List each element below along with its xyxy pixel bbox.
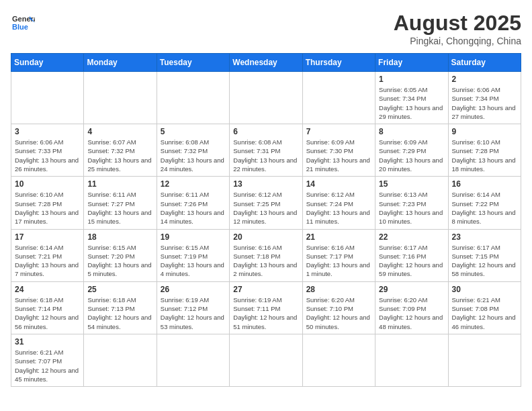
day-info: Sunrise: 6:08 AM Sunset: 7:32 PM Dayligh…: [161, 138, 226, 173]
day-number: 22: [379, 232, 444, 242]
calendar-day-4: 4Sunrise: 6:07 AM Sunset: 7:32 PM Daylig…: [84, 124, 157, 177]
day-number: 27: [233, 285, 298, 294]
day-info: Sunrise: 6:07 AM Sunset: 7:32 PM Dayligh…: [87, 138, 152, 173]
day-number: 28: [306, 285, 371, 294]
calendar-day-26: 26Sunrise: 6:19 AM Sunset: 7:12 PM Dayli…: [157, 281, 229, 334]
header-saturday: Saturday: [448, 54, 521, 72]
calendar-day-27: 27Sunrise: 6:19 AM Sunset: 7:11 PM Dayli…: [230, 281, 302, 334]
empty-cell: [157, 334, 229, 386]
day-info: Sunrise: 6:16 AM Sunset: 7:17 PM Dayligh…: [306, 243, 371, 279]
calendar-day-13: 13Sunrise: 6:12 AM Sunset: 7:25 PM Dayli…: [230, 177, 302, 229]
calendar-day-22: 22Sunrise: 6:17 AM Sunset: 7:16 PM Dayli…: [375, 229, 448, 281]
calendar-day-20: 20Sunrise: 6:16 AM Sunset: 7:18 PM Dayli…: [230, 229, 302, 281]
calendar-row-5: 24Sunrise: 6:18 AM Sunset: 7:14 PM Dayli…: [11, 281, 521, 334]
day-number: 18: [87, 232, 152, 242]
day-number: 25: [87, 285, 152, 294]
day-info: Sunrise: 6:10 AM Sunset: 7:28 PM Dayligh…: [15, 190, 80, 226]
calendar-day-25: 25Sunrise: 6:18 AM Sunset: 7:13 PM Dayli…: [84, 281, 157, 334]
day-info: Sunrise: 6:17 AM Sunset: 7:16 PM Dayligh…: [379, 243, 444, 279]
calendar-table: Sunday Monday Tuesday Wednesday Thursday…: [11, 53, 521, 387]
day-number: 23: [452, 232, 517, 242]
calendar-day-18: 18Sunrise: 6:15 AM Sunset: 7:20 PM Dayli…: [84, 229, 157, 281]
day-number: 24: [15, 285, 80, 294]
svg-text:Blue: Blue: [12, 23, 28, 31]
calendar-day-1: 1Sunrise: 6:05 AM Sunset: 7:34 PM Daylig…: [375, 72, 448, 124]
day-number: 3: [15, 127, 80, 136]
day-number: 11: [87, 179, 152, 189]
day-number: 16: [452, 179, 517, 189]
calendar-day-19: 19Sunrise: 6:15 AM Sunset: 7:19 PM Dayli…: [157, 229, 229, 281]
calendar-day-7: 7Sunrise: 6:09 AM Sunset: 7:30 PM Daylig…: [302, 124, 375, 177]
day-info: Sunrise: 6:19 AM Sunset: 7:12 PM Dayligh…: [161, 295, 226, 331]
day-number: 20: [233, 232, 298, 242]
day-info: Sunrise: 6:21 AM Sunset: 7:07 PM Dayligh…: [15, 348, 80, 383]
day-info: Sunrise: 6:08 AM Sunset: 7:31 PM Dayligh…: [233, 138, 298, 173]
day-number: 9: [452, 127, 517, 136]
day-info: Sunrise: 6:13 AM Sunset: 7:23 PM Dayligh…: [379, 190, 444, 226]
day-number: 4: [87, 127, 152, 136]
header: General Blue August 2025 Pingkai, Chongq…: [11, 11, 521, 46]
empty-cell: [302, 334, 375, 386]
day-number: 15: [379, 179, 444, 189]
day-info: Sunrise: 6:06 AM Sunset: 7:34 PM Dayligh…: [452, 85, 517, 121]
day-number: 26: [161, 285, 226, 294]
calendar-row-4: 17Sunrise: 6:14 AM Sunset: 7:21 PM Dayli…: [11, 229, 521, 281]
calendar-row-2: 3Sunrise: 6:06 AM Sunset: 7:33 PM Daylig…: [11, 124, 521, 177]
day-info: Sunrise: 6:18 AM Sunset: 7:14 PM Dayligh…: [15, 295, 80, 331]
empty-cell: [230, 72, 302, 124]
header-friday: Friday: [375, 54, 448, 72]
day-info: Sunrise: 6:11 AM Sunset: 7:27 PM Dayligh…: [87, 190, 152, 226]
calendar-day-17: 17Sunrise: 6:14 AM Sunset: 7:21 PM Dayli…: [11, 229, 84, 281]
logo-icon: General Blue: [11, 11, 35, 35]
calendar-subtitle: Pingkai, Chongqing, China: [394, 36, 521, 46]
weekday-header-row: Sunday Monday Tuesday Wednesday Thursday…: [11, 54, 521, 72]
day-number: 13: [233, 179, 298, 189]
day-number: 29: [379, 285, 444, 294]
header-thursday: Thursday: [302, 54, 375, 72]
calendar-day-12: 12Sunrise: 6:11 AM Sunset: 7:26 PM Dayli…: [157, 177, 229, 229]
empty-cell: [157, 72, 229, 124]
day-number: 31: [15, 337, 80, 347]
day-number: 5: [161, 127, 226, 136]
day-info: Sunrise: 6:10 AM Sunset: 7:28 PM Dayligh…: [452, 138, 517, 173]
empty-cell: [84, 334, 157, 386]
day-info: Sunrise: 6:20 AM Sunset: 7:10 PM Dayligh…: [306, 295, 371, 331]
empty-cell: [302, 72, 375, 124]
calendar-title: August 2025: [394, 11, 521, 36]
calendar-day-5: 5Sunrise: 6:08 AM Sunset: 7:32 PM Daylig…: [157, 124, 229, 177]
day-info: Sunrise: 6:21 AM Sunset: 7:08 PM Dayligh…: [452, 295, 517, 331]
calendar-row-1: 1Sunrise: 6:05 AM Sunset: 7:34 PM Daylig…: [11, 72, 521, 124]
calendar-day-29: 29Sunrise: 6:20 AM Sunset: 7:09 PM Dayli…: [375, 281, 448, 334]
day-number: 12: [161, 179, 226, 189]
day-info: Sunrise: 6:09 AM Sunset: 7:29 PM Dayligh…: [379, 138, 444, 173]
day-number: 8: [379, 127, 444, 136]
day-info: Sunrise: 6:18 AM Sunset: 7:13 PM Dayligh…: [87, 295, 152, 331]
calendar-day-10: 10Sunrise: 6:10 AM Sunset: 7:28 PM Dayli…: [11, 177, 84, 229]
day-number: 21: [306, 232, 371, 242]
header-sunday: Sunday: [11, 54, 84, 72]
calendar-day-16: 16Sunrise: 6:14 AM Sunset: 7:22 PM Dayli…: [448, 177, 521, 229]
calendar-day-23: 23Sunrise: 6:17 AM Sunset: 7:15 PM Dayli…: [448, 229, 521, 281]
title-area: August 2025 Pingkai, Chongqing, China: [394, 11, 521, 46]
day-number: 17: [15, 232, 80, 242]
calendar-day-28: 28Sunrise: 6:20 AM Sunset: 7:10 PM Dayli…: [302, 281, 375, 334]
header-tuesday: Tuesday: [157, 54, 229, 72]
day-info: Sunrise: 6:12 AM Sunset: 7:25 PM Dayligh…: [233, 190, 298, 226]
calendar-day-8: 8Sunrise: 6:09 AM Sunset: 7:29 PM Daylig…: [375, 124, 448, 177]
day-info: Sunrise: 6:06 AM Sunset: 7:33 PM Dayligh…: [15, 138, 80, 173]
day-number: 14: [306, 179, 371, 189]
calendar-day-3: 3Sunrise: 6:06 AM Sunset: 7:33 PM Daylig…: [11, 124, 84, 177]
calendar-day-21: 21Sunrise: 6:16 AM Sunset: 7:17 PM Dayli…: [302, 229, 375, 281]
day-info: Sunrise: 6:16 AM Sunset: 7:18 PM Dayligh…: [233, 243, 298, 279]
day-number: 2: [452, 75, 517, 84]
calendar-day-15: 15Sunrise: 6:13 AM Sunset: 7:23 PM Dayli…: [375, 177, 448, 229]
day-number: 19: [161, 232, 226, 242]
calendar-day-2: 2Sunrise: 6:06 AM Sunset: 7:34 PM Daylig…: [448, 72, 521, 124]
empty-cell: [375, 334, 448, 386]
calendar-day-11: 11Sunrise: 6:11 AM Sunset: 7:27 PM Dayli…: [84, 177, 157, 229]
calendar-day-6: 6Sunrise: 6:08 AM Sunset: 7:31 PM Daylig…: [230, 124, 302, 177]
calendar-day-31: 31Sunrise: 6:21 AM Sunset: 7:07 PM Dayli…: [11, 334, 84, 386]
day-info: Sunrise: 6:14 AM Sunset: 7:21 PM Dayligh…: [15, 243, 80, 279]
day-info: Sunrise: 6:11 AM Sunset: 7:26 PM Dayligh…: [161, 190, 226, 226]
day-number: 30: [452, 285, 517, 294]
